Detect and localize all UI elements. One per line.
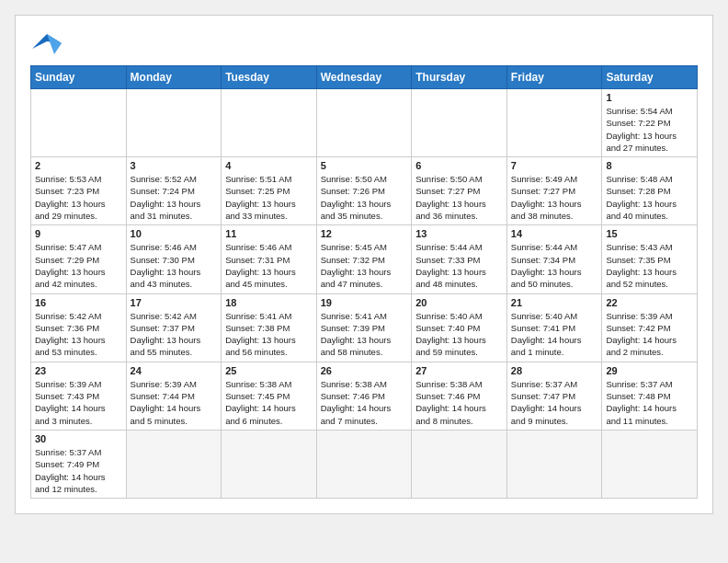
calendar-week-row: 23Sunrise: 5:39 AM Sunset: 7:43 PM Dayli… <box>31 362 698 430</box>
calendar-cell: 19Sunrise: 5:41 AM Sunset: 7:39 PM Dayli… <box>316 293 412 362</box>
calendar-cell: 9Sunrise: 5:47 AM Sunset: 7:29 PM Daylig… <box>31 225 127 293</box>
calendar-cell: 26Sunrise: 5:38 AM Sunset: 7:46 PM Dayli… <box>316 362 412 430</box>
calendar-cell: 17Sunrise: 5:42 AM Sunset: 7:37 PM Dayli… <box>126 293 222 362</box>
calendar-cell: 14Sunrise: 5:44 AM Sunset: 7:34 PM Dayli… <box>506 225 602 293</box>
calendar-cell: 28Sunrise: 5:37 AM Sunset: 7:47 PM Dayli… <box>506 362 602 430</box>
calendar-cell: 10Sunrise: 5:46 AM Sunset: 7:30 PM Dayli… <box>126 225 222 293</box>
day-info: Sunrise: 5:37 AM Sunset: 7:49 PM Dayligh… <box>35 446 122 495</box>
page-header <box>30 30 698 58</box>
calendar-cell: 20Sunrise: 5:40 AM Sunset: 7:40 PM Dayli… <box>412 293 507 362</box>
calendar-week-row: 2Sunrise: 5:53 AM Sunset: 7:23 PM Daylig… <box>31 157 698 225</box>
calendar-cell <box>316 89 412 157</box>
day-info: Sunrise: 5:37 AM Sunset: 7:47 PM Dayligh… <box>511 378 598 427</box>
day-number: 2 <box>35 160 122 171</box>
calendar-cell <box>222 430 317 498</box>
day-number: 29 <box>606 365 693 376</box>
logo-icon <box>30 30 63 58</box>
calendar-week-row: 1Sunrise: 5:54 AM Sunset: 7:22 PM Daylig… <box>31 89 698 157</box>
calendar-cell: 25Sunrise: 5:38 AM Sunset: 7:45 PM Dayli… <box>222 362 317 430</box>
calendar-cell: 24Sunrise: 5:39 AM Sunset: 7:44 PM Dayli… <box>126 362 222 430</box>
day-info: Sunrise: 5:44 AM Sunset: 7:34 PM Dayligh… <box>511 241 598 290</box>
calendar-cell: 13Sunrise: 5:44 AM Sunset: 7:33 PM Dayli… <box>412 225 507 293</box>
day-number: 5 <box>321 160 408 171</box>
calendar-cell: 1Sunrise: 5:54 AM Sunset: 7:22 PM Daylig… <box>602 89 698 157</box>
calendar-cell: 21Sunrise: 5:40 AM Sunset: 7:41 PM Dayli… <box>506 293 602 362</box>
day-number: 10 <box>131 228 218 239</box>
day-number: 1 <box>606 92 693 103</box>
day-info: Sunrise: 5:43 AM Sunset: 7:35 PM Dayligh… <box>606 241 693 290</box>
day-info: Sunrise: 5:41 AM Sunset: 7:39 PM Dayligh… <box>321 310 408 359</box>
day-number: 20 <box>415 297 503 308</box>
calendar-cell: 11Sunrise: 5:46 AM Sunset: 7:31 PM Dayli… <box>222 225 317 293</box>
calendar-cell: 27Sunrise: 5:38 AM Sunset: 7:46 PM Dayli… <box>412 362 507 430</box>
calendar-cell: 4Sunrise: 5:51 AM Sunset: 7:25 PM Daylig… <box>222 157 317 225</box>
calendar-cell: 22Sunrise: 5:39 AM Sunset: 7:42 PM Dayli… <box>602 293 698 362</box>
day-number: 19 <box>321 297 408 308</box>
calendar-week-row: 30Sunrise: 5:37 AM Sunset: 7:49 PM Dayli… <box>31 430 698 498</box>
calendar-cell <box>506 430 602 498</box>
day-info: Sunrise: 5:42 AM Sunset: 7:37 PM Dayligh… <box>131 310 218 359</box>
day-info: Sunrise: 5:45 AM Sunset: 7:32 PM Dayligh… <box>321 241 408 290</box>
weekday-header-sunday: Sunday <box>31 66 127 89</box>
weekday-header-saturday: Saturday <box>602 66 698 89</box>
weekday-header-wednesday: Wednesday <box>316 66 412 89</box>
calendar-cell <box>412 89 507 157</box>
calendar-table: SundayMondayTuesdayWednesdayThursdayFrid… <box>30 65 698 499</box>
day-info: Sunrise: 5:40 AM Sunset: 7:41 PM Dayligh… <box>511 310 598 359</box>
day-number: 6 <box>415 160 503 171</box>
day-info: Sunrise: 5:46 AM Sunset: 7:31 PM Dayligh… <box>225 241 313 290</box>
day-number: 7 <box>511 160 598 171</box>
day-info: Sunrise: 5:40 AM Sunset: 7:40 PM Dayligh… <box>415 310 503 359</box>
day-info: Sunrise: 5:49 AM Sunset: 7:27 PM Dayligh… <box>511 173 598 222</box>
day-number: 12 <box>321 228 408 239</box>
day-info: Sunrise: 5:53 AM Sunset: 7:23 PM Dayligh… <box>35 173 122 222</box>
weekday-header-monday: Monday <box>126 66 222 89</box>
day-info: Sunrise: 5:42 AM Sunset: 7:36 PM Dayligh… <box>35 310 122 359</box>
calendar-page: SundayMondayTuesdayWednesdayThursdayFrid… <box>15 15 713 514</box>
day-info: Sunrise: 5:39 AM Sunset: 7:43 PM Dayligh… <box>35 378 122 427</box>
calendar-cell: 5Sunrise: 5:50 AM Sunset: 7:26 PM Daylig… <box>316 157 412 225</box>
calendar-cell <box>222 89 317 157</box>
calendar-cell: 23Sunrise: 5:39 AM Sunset: 7:43 PM Dayli… <box>31 362 127 430</box>
day-number: 4 <box>225 160 313 171</box>
calendar-cell: 18Sunrise: 5:41 AM Sunset: 7:38 PM Dayli… <box>222 293 317 362</box>
calendar-cell: 12Sunrise: 5:45 AM Sunset: 7:32 PM Dayli… <box>316 225 412 293</box>
calendar-cell: 29Sunrise: 5:37 AM Sunset: 7:48 PM Dayli… <box>602 362 698 430</box>
day-info: Sunrise: 5:38 AM Sunset: 7:45 PM Dayligh… <box>225 378 313 427</box>
day-info: Sunrise: 5:39 AM Sunset: 7:44 PM Dayligh… <box>131 378 218 427</box>
day-number: 9 <box>35 228 122 239</box>
day-info: Sunrise: 5:39 AM Sunset: 7:42 PM Dayligh… <box>606 310 693 359</box>
day-number: 14 <box>511 228 598 239</box>
day-info: Sunrise: 5:51 AM Sunset: 7:25 PM Dayligh… <box>225 173 313 222</box>
day-info: Sunrise: 5:50 AM Sunset: 7:27 PM Dayligh… <box>415 173 503 222</box>
calendar-cell: 16Sunrise: 5:42 AM Sunset: 7:36 PM Dayli… <box>31 293 127 362</box>
day-info: Sunrise: 5:50 AM Sunset: 7:26 PM Dayligh… <box>321 173 408 222</box>
day-number: 26 <box>321 365 408 376</box>
day-number: 18 <box>225 297 313 308</box>
calendar-week-row: 16Sunrise: 5:42 AM Sunset: 7:36 PM Dayli… <box>31 293 698 362</box>
weekday-header-thursday: Thursday <box>412 66 507 89</box>
calendar-week-row: 9Sunrise: 5:47 AM Sunset: 7:29 PM Daylig… <box>31 225 698 293</box>
day-info: Sunrise: 5:54 AM Sunset: 7:22 PM Dayligh… <box>606 105 693 154</box>
day-info: Sunrise: 5:46 AM Sunset: 7:30 PM Dayligh… <box>131 241 218 290</box>
calendar-cell: 15Sunrise: 5:43 AM Sunset: 7:35 PM Dayli… <box>602 225 698 293</box>
day-number: 28 <box>511 365 598 376</box>
calendar-cell: 2Sunrise: 5:53 AM Sunset: 7:23 PM Daylig… <box>31 157 127 225</box>
weekday-header-friday: Friday <box>506 66 602 89</box>
day-number: 3 <box>131 160 218 171</box>
day-info: Sunrise: 5:48 AM Sunset: 7:28 PM Dayligh… <box>606 173 693 222</box>
day-number: 25 <box>225 365 313 376</box>
day-info: Sunrise: 5:37 AM Sunset: 7:48 PM Dayligh… <box>606 378 693 427</box>
calendar-cell <box>316 430 412 498</box>
calendar-cell <box>31 89 127 157</box>
day-info: Sunrise: 5:47 AM Sunset: 7:29 PM Dayligh… <box>35 241 122 290</box>
day-info: Sunrise: 5:41 AM Sunset: 7:38 PM Dayligh… <box>225 310 313 359</box>
weekday-header-tuesday: Tuesday <box>222 66 317 89</box>
svg-marker-1 <box>47 34 62 54</box>
day-number: 15 <box>606 228 693 239</box>
calendar-cell <box>126 89 222 157</box>
day-number: 17 <box>131 297 218 308</box>
calendar-cell: 30Sunrise: 5:37 AM Sunset: 7:49 PM Dayli… <box>31 430 127 498</box>
day-info: Sunrise: 5:38 AM Sunset: 7:46 PM Dayligh… <box>321 378 408 427</box>
calendar-cell: 6Sunrise: 5:50 AM Sunset: 7:27 PM Daylig… <box>412 157 507 225</box>
